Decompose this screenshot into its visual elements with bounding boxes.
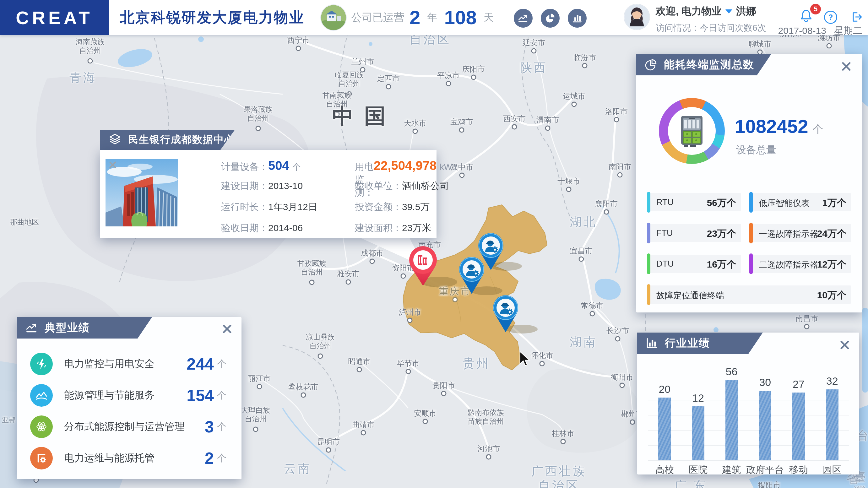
device-donut-chart	[659, 98, 725, 164]
map-city-dot	[615, 336, 621, 342]
help-button[interactable]: ?	[824, 11, 837, 24]
performance-item[interactable]: 电力运维与能源托管2个	[30, 445, 226, 472]
map-city-dot	[617, 173, 623, 178]
date-display: 2017-08-13 星期二	[778, 25, 862, 37]
chevron-down-icon[interactable]	[725, 9, 732, 13]
popup-field-row: 用电监测：22,504,978kWh	[355, 159, 457, 171]
chart-bar[interactable]	[725, 380, 738, 460]
welcome-text: 欢迎, 电力物业	[656, 4, 722, 18]
chart-bar[interactable]	[658, 398, 671, 460]
device-total-unit: 个	[813, 122, 824, 136]
chart-bar[interactable]	[692, 406, 704, 460]
performance-item-label: 分布式能源控制与运营管理	[64, 420, 185, 434]
legend-color-bar	[647, 223, 650, 243]
performance-item[interactable]: 分布式能源控制与运营管理3个	[30, 413, 226, 440]
popup-field-row: 投资金额：39.5万	[355, 201, 457, 213]
legend-label: 低压智能仪表	[759, 197, 810, 209]
user-avatar[interactable]	[624, 4, 649, 30]
map-city-dot	[326, 448, 331, 453]
field-label: 投资金额：	[355, 201, 402, 214]
field-unit: kWh	[440, 162, 457, 172]
legend-row: 二遥故障指示器12万个	[749, 255, 851, 273]
popup-field-row: 建设面积：23万米	[355, 222, 457, 234]
map-city-dot	[309, 280, 315, 285]
energy-panel-title: 能耗终端监测总数	[664, 58, 754, 72]
device-total: 1082452 个	[735, 116, 824, 137]
company-operating-group: 公司已运营 2 年 108 天	[321, 0, 496, 35]
chart-category-label: 园区	[810, 463, 854, 477]
brand-logo[interactable]: CREAT	[0, 0, 108, 35]
app-header: CREAT 北京科锐研发大厦电力物业 公司已运营 2 年 108 天	[0, 0, 868, 35]
ops-icon	[30, 447, 53, 469]
field-label: 运行时长：	[221, 201, 268, 214]
popup-field-row: 建设日期：2013-10	[221, 180, 317, 192]
map-city-dot	[253, 427, 258, 432]
chart-bar-value: 20	[649, 383, 680, 395]
dashboard-stage: 西宁市兰州市定西市平凉市庆阳市延安市临汾市运城市洛阳市天水市宝鸡市西安市渭南市汉…	[0, 0, 868, 488]
user-photo	[624, 4, 649, 30]
map-city-dot	[361, 430, 366, 435]
chart-bar[interactable]	[792, 393, 805, 460]
map-city-dot	[582, 63, 588, 68]
legend-row: DTU16万个	[647, 255, 741, 273]
map-city-dot	[590, 311, 595, 316]
page-title: 北京科锐研发大厦电力物业	[120, 0, 305, 35]
field-value: 酒仙桥公司	[402, 180, 449, 192]
chart-gridline	[648, 400, 849, 400]
worker-pin-blue[interactable]	[457, 256, 486, 295]
field-value: 2013-10	[268, 181, 303, 191]
legend-color-bar	[647, 284, 650, 305]
site-pin-red[interactable]	[407, 246, 439, 286]
map-city-dot	[630, 420, 635, 425]
pie-chart-tool-button[interactable]	[541, 9, 560, 28]
legend-value: 56万个	[707, 196, 736, 210]
field-value: 2014-06	[268, 223, 303, 233]
notification-badge: 5	[810, 4, 821, 14]
field-label: 验收日期：	[221, 222, 268, 235]
site-info-popup: 民生银行成都数据中心	[100, 130, 436, 238]
chart-bar-value: 30	[749, 376, 781, 389]
performance-item-unit: 个	[217, 421, 226, 433]
mouse-cursor	[519, 351, 532, 367]
legend-row: 低压智能仪表1万个	[749, 193, 851, 211]
company-building-image	[321, 5, 346, 30]
performance-item-unit: 个	[217, 389, 226, 402]
notifications-button[interactable]: 5	[799, 8, 813, 23]
field-label: 验收单位：	[355, 180, 402, 192]
industry-panel-close-button[interactable]	[838, 339, 851, 352]
worker-pin-blue[interactable]	[491, 295, 520, 333]
industry-performance-panel: 行业业绩 20高校12医院56建筑30政府平台27移动32园区	[637, 333, 859, 475]
meter-device-icon	[678, 115, 706, 147]
performance-item-label: 能源管理与节能服务	[64, 389, 155, 402]
map-city-dot	[360, 67, 366, 72]
map-city-dot	[386, 84, 391, 90]
performance-panel-close-button[interactable]	[221, 323, 233, 335]
chart-bar[interactable]	[826, 389, 838, 460]
operating-years: 2	[409, 8, 420, 27]
field-label: 建设面积：	[355, 222, 402, 235]
energy-panel-close-button[interactable]	[840, 60, 852, 73]
performance-item[interactable]: 电力监控与用电安全244个	[30, 350, 226, 377]
chart-bar-value: 12	[682, 392, 714, 404]
legend-color-bar	[749, 192, 753, 213]
map-city-dot	[441, 391, 446, 396]
chart-gridline	[648, 370, 849, 370]
operating-days-unit: 天	[484, 11, 494, 25]
legend-value: 23万个	[707, 227, 736, 240]
field-value: 22,504,978	[374, 159, 436, 173]
chart-bar[interactable]	[759, 391, 771, 460]
map-city-dot	[614, 117, 619, 122]
popup-close-button[interactable]	[108, 160, 118, 170]
legend-label: 故障定位通信终端	[656, 290, 724, 301]
device-total-label: 设备总量	[736, 143, 776, 157]
bar-chart-tool-button[interactable]	[568, 9, 587, 28]
logout-button[interactable]	[850, 10, 864, 24]
line-chart-tool-button[interactable]	[514, 9, 533, 28]
legend-color-bar	[749, 253, 753, 274]
performance-item[interactable]: 能源管理与节能服务154个	[30, 382, 226, 409]
header-toolbar	[514, 9, 587, 28]
user-name[interactable]: 洪娜	[736, 4, 756, 18]
map-city-dot	[318, 354, 323, 359]
pie-chart-icon	[545, 12, 556, 24]
legend-label: DTU	[656, 259, 674, 269]
